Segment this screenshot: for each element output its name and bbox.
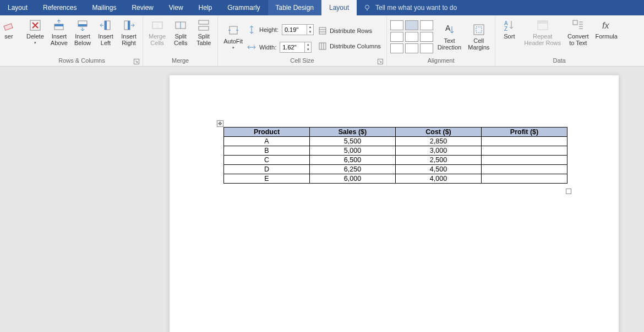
table-header[interactable]: Profit ($) (482, 128, 567, 137)
align-bottom-center[interactable] (405, 43, 418, 53)
table-row[interactable]: D6,2504,500 (224, 165, 567, 174)
align-middle-right[interactable] (420, 32, 433, 42)
tab-mailings[interactable]: Mailings (84, 0, 124, 15)
spin-up-icon[interactable]: ▲ (307, 25, 313, 30)
spin-down-icon[interactable]: ▼ (304, 47, 311, 52)
height-input[interactable]: ▲▼ (282, 24, 314, 35)
table-cell[interactable] (482, 146, 567, 156)
insert-right-icon (122, 19, 135, 32)
table-header[interactable]: Product (224, 128, 310, 137)
insert-left-icon (99, 19, 112, 32)
table-cell[interactable] (482, 174, 567, 184)
table-header[interactable]: Cost ($) (396, 128, 482, 137)
table-cell[interactable]: 4,000 (396, 174, 482, 184)
lightbulb-icon (363, 4, 371, 12)
insert-left-button[interactable]: Insert Left (95, 18, 116, 47)
formula-button[interactable]: fx Formula (593, 18, 620, 41)
tab-review[interactable]: Review (124, 0, 161, 15)
svg-text:Z: Z (504, 26, 507, 32)
group-label-merge: Merge (146, 56, 214, 66)
dialog-launcher-icon[interactable]: ↘ (134, 59, 139, 64)
insert-below-button[interactable]: Insert Below (72, 18, 93, 47)
tell-me-search[interactable] (357, 0, 503, 15)
tab-help[interactable]: Help (191, 0, 220, 15)
convert-to-text-button[interactable]: Convert to Text (565, 18, 591, 47)
table-cell[interactable]: A (224, 137, 310, 146)
merge-cells-button: Merge Cells (146, 18, 168, 47)
table-cell[interactable]: 6,500 (310, 156, 396, 165)
height-field[interactable] (282, 26, 307, 33)
table-cell[interactable] (482, 156, 567, 165)
align-bottom-right[interactable] (420, 43, 433, 53)
table-row[interactable]: E6,0004,000 (224, 174, 567, 184)
tab-grammarly[interactable]: Grammarly (220, 0, 268, 15)
align-middle-center[interactable] (405, 32, 418, 42)
spin-up-icon[interactable]: ▲ (304, 42, 311, 47)
table-move-handle[interactable]: ✥ (217, 120, 223, 127)
table-cell[interactable]: 4,500 (396, 165, 482, 174)
tell-me-input[interactable] (375, 4, 496, 12)
height-icon (247, 25, 256, 34)
align-top-right[interactable] (420, 20, 433, 30)
table-row[interactable]: B5,0003,000 (224, 146, 567, 156)
table-cell[interactable]: 2,500 (396, 156, 482, 165)
table-cell[interactable] (482, 137, 567, 146)
tab-table-design[interactable]: Table Design (268, 0, 321, 15)
document-page[interactable]: ✥ ProductSales ($)Cost ($)Profit ($) A5,… (170, 75, 619, 332)
table-cell[interactable]: E (224, 174, 310, 184)
width-input[interactable]: ▲▼ (280, 42, 312, 53)
table-cell[interactable]: 3,000 (396, 146, 482, 156)
align-top-left[interactable] (390, 20, 403, 30)
split-cells-button[interactable]: Split Cells (170, 18, 191, 47)
table-row[interactable]: C6,5002,500 (224, 156, 567, 165)
table-header[interactable]: Sales ($) (310, 128, 396, 137)
table-cell[interactable]: 6,000 (310, 174, 396, 184)
insert-above-button[interactable]: Insert Above (48, 18, 70, 47)
group-label-cell-size: Cell Size (290, 57, 314, 64)
sort-button[interactable]: AZ Sort (499, 18, 520, 41)
tab-layout-page[interactable]: Layout (0, 0, 35, 15)
cell-margins-button[interactable]: Cell Margins (466, 22, 492, 52)
table-cell[interactable]: C (224, 156, 310, 165)
merge-cells-icon (151, 19, 164, 32)
distribute-rows-button[interactable]: Distribute Rows (316, 25, 383, 37)
svg-rect-16 (199, 26, 209, 30)
distribute-rows-icon (318, 26, 327, 35)
table-cell[interactable]: 5,500 (310, 137, 396, 146)
sort-icon: AZ (503, 19, 516, 32)
delete-button[interactable]: Delete ▾ (24, 18, 46, 46)
text-direction-button[interactable]: A Text Direction (435, 22, 463, 52)
tab-references[interactable]: References (35, 0, 84, 15)
table-cell[interactable]: D (224, 165, 310, 174)
table-cell[interactable]: B (224, 146, 310, 156)
align-bottom-left[interactable] (390, 43, 403, 53)
align-middle-left[interactable] (390, 32, 403, 42)
svg-rect-1 (4, 24, 13, 30)
svg-text:A: A (445, 24, 451, 32)
table-row[interactable]: A5,5002,850 (224, 137, 567, 146)
height-label: Height: (259, 26, 279, 33)
text-direction-icon: A (443, 23, 456, 36)
document-table[interactable]: ProductSales ($)Cost ($)Profit ($) A5,50… (223, 127, 567, 184)
tab-table-layout[interactable]: Layout (321, 0, 357, 15)
split-table-button[interactable]: Split Table (193, 18, 214, 47)
width-field[interactable] (280, 44, 304, 51)
tab-view[interactable]: View (161, 0, 191, 15)
table-resize-handle[interactable] (566, 189, 571, 194)
table-cell[interactable] (482, 165, 567, 174)
distribute-columns-button[interactable]: Distribute Columns (316, 40, 383, 52)
table-cell[interactable]: 5,000 (310, 146, 396, 156)
svg-rect-25 (474, 25, 484, 35)
group-label-alignment: Alignment (390, 56, 492, 66)
spin-down-icon[interactable]: ▼ (307, 30, 313, 35)
svg-point-0 (365, 5, 369, 9)
table-cell[interactable]: 2,850 (396, 137, 482, 146)
eraser-button[interactable]: ser (0, 18, 18, 41)
autofit-button[interactable]: AutoFit ▾ (221, 23, 245, 51)
formula-icon: fx (600, 19, 613, 32)
insert-right-button[interactable]: Insert Right (118, 18, 139, 47)
align-top-center[interactable] (405, 20, 418, 30)
dialog-launcher-icon[interactable]: ↘ (378, 59, 383, 64)
ribbon: ser Delete ▾ Insert Above Insert Below I… (0, 15, 644, 67)
table-cell[interactable]: 6,250 (310, 165, 396, 174)
